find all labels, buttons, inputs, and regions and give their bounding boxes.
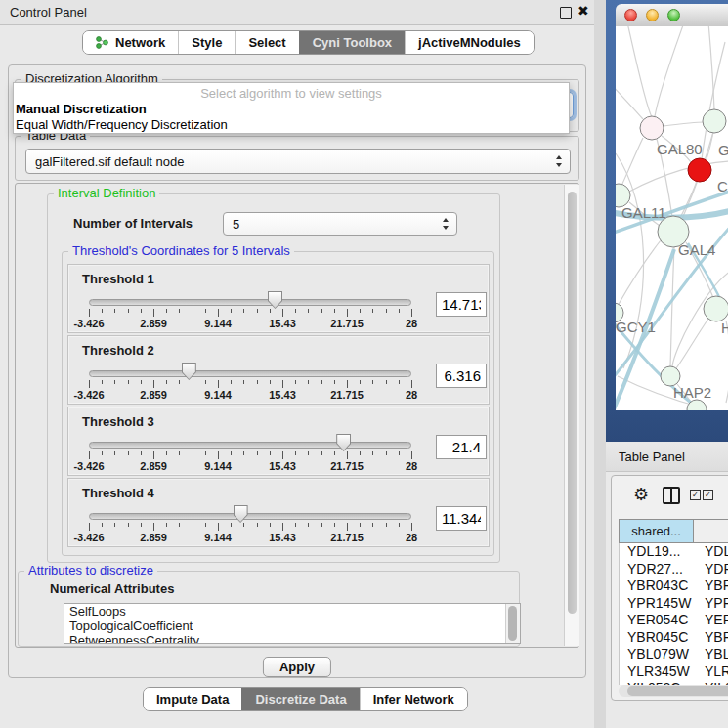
- threshold-value-field[interactable]: [436, 364, 487, 388]
- attributes-group: Attributes to discretize Numerical Attri…: [18, 571, 520, 647]
- popup-option-equal-width-frequency[interactable]: Equal Width/Frequency Discretization: [16, 117, 228, 132]
- tab-cyni-toolbox[interactable]: Cyni Toolbox: [299, 31, 405, 54]
- bottom-tabbar: Impute DataDiscretize DataInfer Network: [143, 687, 468, 711]
- table-row[interactable]: YBL079WYBL0: [620, 646, 728, 664]
- network-graph: GAL80GACGAL11GAL4GCY1HHAP2: [616, 26, 728, 410]
- attribute-item[interactable]: BetweennessCentrality: [64, 633, 520, 644]
- table-row[interactable]: YBR043CYBR0: [620, 578, 728, 595]
- table-body[interactable]: YDL19...YDL1YDR27...YDR2YBR043CYBR0YPR14…: [619, 543, 728, 685]
- cell-shared-name: YBL079W: [627, 646, 689, 662]
- threshold-slider-track[interactable]: [89, 513, 411, 520]
- network-edge[interactable]: [708, 26, 714, 109]
- network-canvas[interactable]: GAL80GACGAL11GAL4GCY1HHAP2: [616, 26, 728, 410]
- table-row[interactable]: YLR345WYLR3: [620, 664, 728, 681]
- network-edge[interactable]: [655, 26, 684, 116]
- threshold-value-field[interactable]: [436, 506, 487, 531]
- numerical-attributes-list[interactable]: SelfLoopsTopologicalCoefficientBetweenne…: [64, 603, 521, 644]
- screen: Control Panel ✖ NetworkStyleSelectCyni T…: [0, 0, 728, 728]
- threshold-slider-track[interactable]: [89, 442, 411, 449]
- table-row[interactable]: YPR145WYPR1: [620, 595, 728, 613]
- interval-definition-title: Interval Definition: [54, 186, 159, 200]
- apply-button[interactable]: Apply: [263, 657, 331, 677]
- cell-shared-name: YBR045C: [627, 629, 688, 645]
- cell-name: YER0: [705, 612, 728, 627]
- network-edge[interactable]: [680, 181, 697, 218]
- table-data-selected-value: galFiltered.sif default node: [35, 154, 184, 169]
- table-horizontal-scrollbar[interactable]: [619, 685, 728, 697]
- slider-tick-labels: -3.4262.8599.14415.4321.71528: [89, 389, 411, 402]
- cell-shared-name: YER054C: [627, 612, 688, 627]
- scrollbar-thumb[interactable]: [508, 606, 517, 641]
- cell-shared-name: YDR27...: [627, 561, 683, 577]
- tab-label: jActiveMNodules: [418, 35, 521, 50]
- threshold-slider-thumb[interactable]: [182, 363, 196, 380]
- network-node-c[interactable]: [688, 158, 711, 182]
- threshold-panel-1: Threshold 1-3.4262.8599.14415.4321.71528: [67, 264, 490, 333]
- column-header-name[interactable]: na: [694, 519, 728, 543]
- network-node-hap2[interactable]: [661, 366, 680, 386]
- slider-ticks: [89, 523, 411, 532]
- close-icon[interactable]: ✖: [578, 3, 589, 19]
- tab-network[interactable]: Network: [83, 31, 178, 54]
- threshold-slider-thumb[interactable]: [268, 291, 282, 309]
- mac-close-button[interactable]: [624, 9, 637, 21]
- settings-vertical-scrollbar[interactable]: [564, 185, 579, 646]
- table-row[interactable]: YBR045CYBR0: [620, 629, 728, 647]
- split-columns-icon[interactable]: [663, 487, 680, 504]
- mac-zoom-button[interactable]: [667, 9, 680, 21]
- tab-infer-network[interactable]: Infer Network: [360, 688, 467, 710]
- network-edge[interactable]: [629, 161, 728, 192]
- numerical-attributes-header: Numerical Attributes: [50, 581, 174, 596]
- attribute-item[interactable]: TopologicalCoefficient: [64, 619, 520, 633]
- network-node-label: GAL4: [678, 241, 715, 258]
- mac-minimize-button[interactable]: [646, 9, 659, 21]
- scrollbar-thumb[interactable]: [627, 686, 728, 696]
- table-row[interactable]: YDR27...YDR2: [620, 561, 728, 578]
- threshold-value-field[interactable]: [436, 435, 487, 459]
- table-row[interactable]: YDL19...YDL1: [620, 543, 728, 561]
- tab-discretize-data[interactable]: Discretize Data: [241, 688, 359, 710]
- tab-style[interactable]: Style: [178, 31, 235, 54]
- number-of-intervals-combobox[interactable]: 5: [223, 212, 457, 236]
- column-header-shared-name[interactable]: shared...: [619, 519, 694, 543]
- checkbox-checked-icon[interactable]: ✓: [703, 490, 713, 500]
- network-window-titlebar[interactable]: [616, 4, 728, 27]
- threshold-slider-track[interactable]: [89, 370, 411, 377]
- tab-jactivemnodules[interactable]: jActiveMNodules: [405, 31, 534, 54]
- gear-icon[interactable]: ⚙: [633, 484, 649, 504]
- threshold-slider-thumb[interactable]: [234, 505, 248, 523]
- float-window-icon[interactable]: [560, 7, 572, 19]
- tab-impute-data[interactable]: Impute Data: [144, 688, 241, 710]
- network-edge[interactable]: [616, 85, 643, 119]
- checkbox-checked-icon[interactable]: ✓: [690, 490, 701, 500]
- network-edge[interactable]: [664, 122, 704, 126]
- network-node-h[interactable]: [704, 296, 728, 321]
- panel-divider[interactable]: [594, 0, 606, 728]
- threshold-slider-thumb[interactable]: [336, 434, 351, 451]
- table-data-combobox[interactable]: galFiltered.sif default node: [25, 149, 571, 174]
- attributes-scrollbar[interactable]: [505, 604, 520, 643]
- threshold-label: Threshold 3: [82, 414, 154, 429]
- table-header-row: shared... na: [619, 519, 728, 543]
- network-node-label: C: [717, 178, 728, 194]
- network-node-label: H: [721, 320, 728, 336]
- tab-select[interactable]: Select: [235, 31, 298, 54]
- slider-ticks: [89, 309, 411, 318]
- table-panel-titlebar: Table Panel: [606, 442, 728, 472]
- network-node-gal80[interactable]: [640, 116, 664, 140]
- network-edge[interactable]: [621, 138, 643, 186]
- table-row[interactable]: YER054CYER0: [620, 612, 728, 629]
- network-node-ga[interactable]: [703, 109, 726, 133]
- scrollbar-thumb[interactable]: [568, 192, 577, 614]
- network-edge[interactable]: [627, 26, 652, 117]
- threshold-value-field[interactable]: [436, 292, 487, 317]
- threshold-slider-track[interactable]: [89, 299, 411, 306]
- network-edge[interactable]: [670, 247, 674, 366]
- network-edge[interactable]: [676, 319, 708, 368]
- network-edge[interactable]: [618, 240, 661, 306]
- table-panel-title: Table Panel: [619, 450, 685, 464]
- threshold-label: Threshold 1: [82, 272, 154, 286]
- network-edge[interactable]: [707, 132, 713, 159]
- popup-option-manual-discretization[interactable]: Manual Discretization: [16, 102, 147, 116]
- attribute-item[interactable]: SelfLoops: [64, 604, 520, 619]
